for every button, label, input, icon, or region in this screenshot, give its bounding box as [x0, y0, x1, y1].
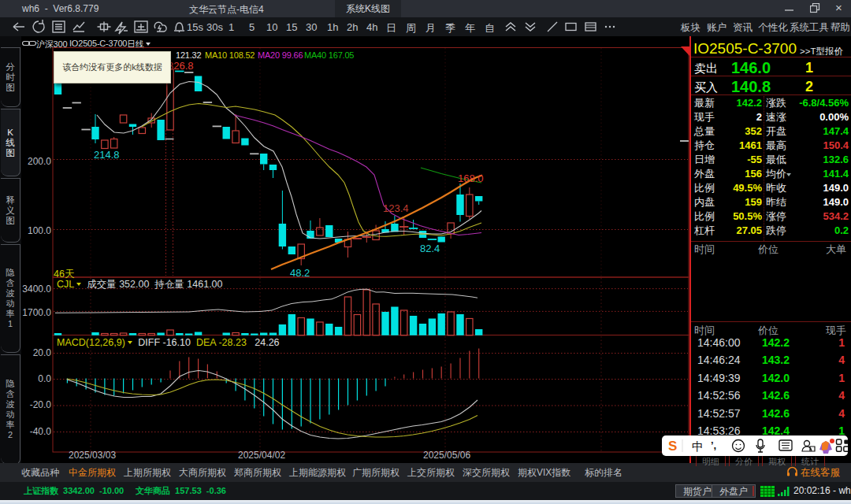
svg-text:214.8: 214.8: [94, 149, 120, 161]
svg-text:’,: ’,: [711, 439, 716, 451]
svg-text:168.0: 168.0: [458, 172, 484, 184]
svg-text:48.2: 48.2: [290, 267, 310, 279]
svg-text:82.4: 82.4: [420, 243, 440, 254]
svg-text:326.8: 326.8: [168, 60, 194, 72]
svg-text:123.4: 123.4: [383, 202, 409, 214]
svg-text:中: 中: [692, 439, 704, 453]
svg-text:S: S: [668, 439, 677, 454]
